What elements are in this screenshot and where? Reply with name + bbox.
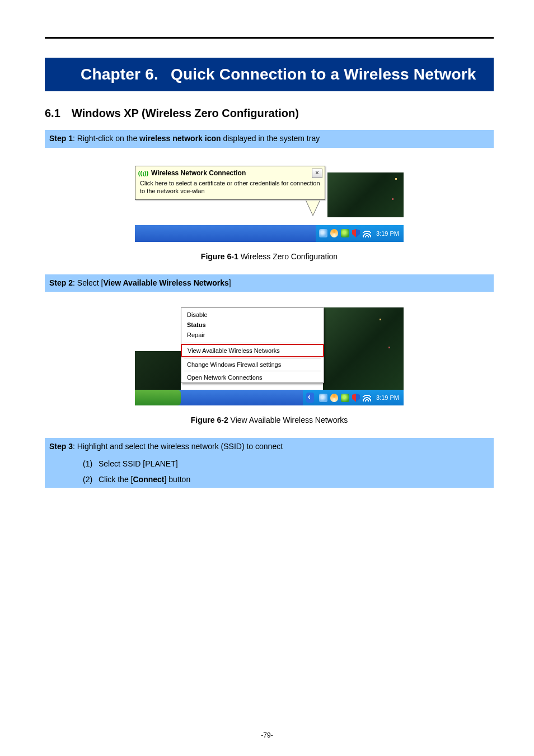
item-2-number: (2)	[83, 473, 99, 486]
desktop-background-left	[135, 351, 181, 390]
tray-clock: 3:19 PM	[376, 394, 399, 401]
item-2-bold: Connect	[133, 475, 164, 484]
close-icon[interactable]: ×	[312, 169, 322, 178]
chapter-title: Quick Connection to a Wireless Network	[171, 66, 476, 83]
section-title: Windows XP (Wireless Zero Configuration)	[72, 107, 299, 119]
step-2-bold: View Available Wireless Networks	[103, 278, 228, 287]
desktop-background	[327, 172, 404, 217]
figure-6-1: ((¡)) Wireless Network Connection × Clic…	[45, 164, 494, 244]
step-3-bar: Step 3: Highlight and select the wireles…	[45, 438, 494, 456]
figure-6-1-caption-bold: Figure 6-1	[201, 252, 238, 261]
figure-6-2-caption: Figure 6-2 View Available Wireless Netwo…	[45, 416, 494, 424]
chapter-banner: Chapter 6.Quick Connection to a Wireless…	[45, 58, 494, 91]
wireless-tray-icon[interactable]	[363, 230, 371, 237]
item-2-after: ] button	[164, 475, 190, 484]
screenshot-6-2: Disable Status Repair View Available Wir…	[135, 307, 404, 405]
tray-expand-icon[interactable]	[306, 393, 314, 403]
menu-item-disable[interactable]: Disable	[181, 310, 324, 320]
volume-tray-icon[interactable]	[330, 394, 338, 402]
document-page: Chapter 6.Quick Connection to a Wireless…	[0, 0, 534, 756]
app-tray-icon[interactable]	[341, 394, 349, 402]
step-3-item-2: (2)Click the [Connect] button	[45, 472, 494, 487]
step-2-bar: Step 2: Select [View Available Wireless …	[45, 274, 494, 292]
network-tray-icon[interactable]	[319, 394, 327, 402]
item-1-number: (1)	[83, 458, 99, 470]
app-tray-icon[interactable]	[341, 229, 349, 237]
step-3-label: Step 3	[49, 442, 73, 451]
balloon-title: Wireless Network Connection	[151, 169, 246, 177]
screenshot-6-1: ((¡)) Wireless Network Connection × Clic…	[135, 164, 404, 242]
volume-tray-icon[interactable]	[330, 229, 338, 237]
menu-item-status[interactable]: Status	[181, 320, 324, 330]
page-number: -79-	[0, 731, 534, 739]
wireless-icon: ((¡))	[139, 169, 148, 177]
figure-6-2-caption-bold: Figure 6-2	[191, 416, 228, 424]
step-2-before: : Select [	[73, 278, 103, 287]
menu-separator	[184, 358, 321, 358]
notification-balloon: ((¡)) Wireless Network Connection × Clic…	[135, 166, 325, 200]
step-3-rest: : Highlight and select the wireless netw…	[73, 442, 283, 451]
figure-6-2-caption-rest: View Available Wireless Networks	[228, 416, 348, 424]
taskbar: 3:19 PM	[135, 225, 404, 242]
system-tray: 3:19 PM	[316, 225, 404, 242]
figure-6-2: Disable Status Repair View Available Wir…	[45, 307, 494, 408]
step-2-label: Step 2	[49, 278, 73, 287]
figure-6-1-caption: Figure 6-1 Wireless Zero Configuration	[45, 252, 494, 261]
menu-item-firewall[interactable]: Change Windows Firewall settings	[181, 360, 324, 370]
section-heading: 6.1Windows XP (Wireless Zero Configurati…	[45, 107, 494, 120]
menu-item-open-connections[interactable]: Open Network Connections	[181, 372, 324, 382]
step-2-after: ]	[229, 278, 231, 287]
step-3-item-1: (1)Select SSID [PLANET]	[45, 456, 494, 472]
context-menu: Disable Status Repair View Available Wir…	[181, 307, 324, 383]
item-1-text: Select SSID [PLANET]	[99, 459, 178, 468]
network-tray-icon[interactable]	[319, 229, 327, 237]
security-tray-icon[interactable]	[352, 394, 360, 402]
step-1-label: Step 1	[49, 134, 73, 143]
step-1-bold: wireless network icon	[139, 134, 221, 143]
wireless-tray-icon[interactable]	[363, 394, 371, 402]
menu-item-repair[interactable]: Repair	[181, 330, 324, 340]
top-rule	[45, 37, 494, 39]
system-tray: 3:19 PM	[303, 390, 404, 405]
figure-6-1-caption-rest: Wireless Zero Configuration	[238, 252, 338, 261]
menu-item-view-networks[interactable]: View Available Wireless Networks	[181, 344, 324, 357]
step-1-before: : Right-click on the	[73, 134, 139, 143]
tray-clock: 3:19 PM	[376, 230, 399, 237]
step-1-bar: Step 1: Right-click on the wireless netw…	[45, 130, 494, 148]
desktop-background-right	[323, 307, 404, 390]
taskbar: 3:19 PM	[135, 390, 404, 405]
step-1-after: displayed in the system tray	[221, 134, 320, 143]
balloon-header: ((¡)) Wireless Network Connection ×	[135, 166, 325, 178]
chapter-prefix: Chapter 6.	[81, 66, 158, 83]
menu-separator	[184, 343, 321, 343]
menu-separator	[184, 371, 321, 371]
start-button[interactable]	[135, 390, 181, 405]
security-tray-icon[interactable]	[352, 229, 360, 237]
section-number: 6.1	[45, 107, 72, 120]
item-2-before: Click the [	[99, 475, 133, 484]
balloon-body: Click here to select a certificate or ot…	[135, 178, 325, 200]
